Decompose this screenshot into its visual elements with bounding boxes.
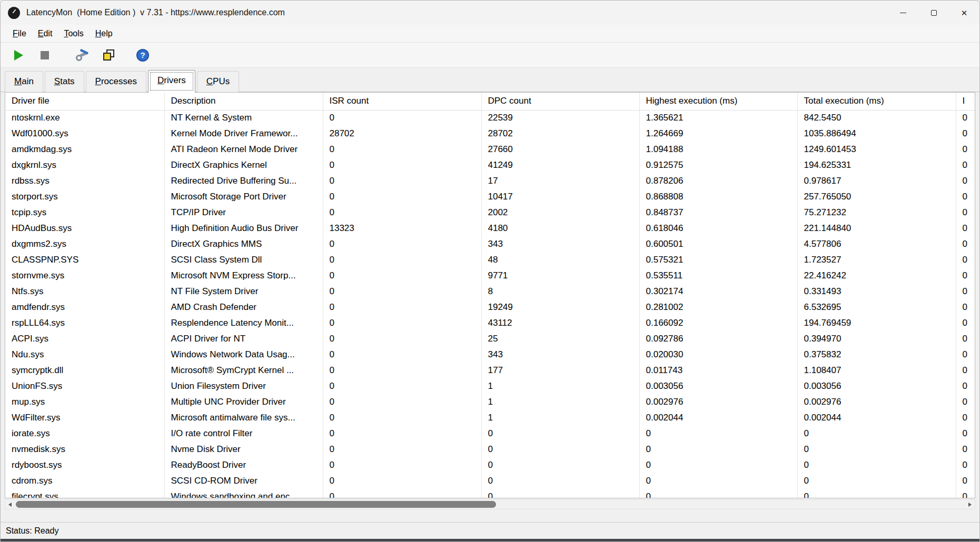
cell-highest-execution-ms: 0.535511 (639, 268, 797, 284)
cell-total-execution-ms: 1249.601453 (797, 142, 956, 157)
table-row[interactable]: HDAudBus.sysHigh Definition Audio Bus Dr… (5, 220, 975, 236)
cell-total-execution-ms: 0 (797, 457, 956, 473)
horizontal-scrollbar[interactable] (5, 499, 975, 509)
table-row[interactable]: ACPI.sysACPI Driver for NT0250.0927860.3… (5, 331, 975, 347)
cell-total-execution-ms: 194.625331 (797, 157, 956, 173)
column-header-highest-execution-ms[interactable]: Highest execution (ms) (639, 93, 797, 110)
cell-description: ReadyBoost Driver (164, 457, 323, 473)
cell-clipped-column: 0 (956, 236, 975, 252)
cell-highest-execution-ms: 0 (639, 426, 797, 441)
cell-total-execution-ms: 75.271232 (797, 205, 956, 220)
table-row[interactable]: UnionFS.sysUnion Filesystem Driver010.00… (5, 378, 975, 394)
table-row[interactable]: rdbss.sysRedirected Drive Buffering Su..… (5, 173, 975, 189)
cell-clipped-column: 0 (956, 110, 975, 126)
tab-cpus[interactable]: CPUs (197, 71, 239, 92)
menu-item-edit[interactable]: Edit (32, 26, 58, 41)
table-row[interactable]: tcpip.sysTCP/IP Driver020020.84873775.27… (5, 205, 975, 220)
cell-highest-execution-ms: 0 (639, 441, 797, 457)
table-row[interactable]: amdfendr.sysAMD Crash Defender0192490.28… (5, 299, 975, 315)
table-row[interactable]: symcryptk.dllMicrosoft® SymCrypt Kernel … (5, 363, 975, 378)
table-row[interactable]: rspLLL64.sysResplendence Latency Monit..… (5, 315, 975, 331)
table-row[interactable]: dxgmms2.sysDirectX Graphics MMS03430.600… (5, 236, 975, 252)
play-icon (14, 50, 23, 61)
close-icon: ✕ (961, 9, 968, 17)
table-row[interactable]: rdyboost.sysReadyBoost Driver00000 (5, 457, 975, 473)
cell-dpc-count: 28702 (481, 126, 639, 142)
scroll-right-button[interactable] (965, 500, 975, 509)
window-title: LatencyMon (Home Edition ) v 7.31 - http… (26, 8, 285, 17)
cell-isr-count: 0 (323, 426, 481, 441)
table-row[interactable]: amdkmdag.sysATI Radeon Kernel Mode Drive… (5, 142, 975, 157)
menu-item-help[interactable]: Help (90, 26, 118, 41)
maximize-button[interactable] (918, 1, 949, 25)
cell-isr-count: 0 (323, 410, 481, 426)
cell-isr-count: 0 (323, 363, 481, 378)
cell-highest-execution-ms: 0.281002 (639, 299, 797, 315)
table-row[interactable]: Ntfs.sysNT File System Driver080.3021740… (5, 284, 975, 299)
cell-driver-file: cdrom.sys (5, 473, 164, 489)
table-row[interactable]: storport.sysMicrosoft Storage Port Drive… (5, 189, 975, 205)
cell-driver-file: rdyboost.sys (5, 457, 164, 473)
cell-clipped-column: 0 (956, 268, 975, 284)
cell-dpc-count: 9771 (481, 268, 639, 284)
table-row[interactable]: filecrypt.sysWindows sandboxing and enc.… (5, 489, 975, 498)
cell-clipped-column: 0 (956, 126, 975, 142)
table-row[interactable]: stornvme.sysMicrosoft NVM Express Storp.… (5, 268, 975, 284)
cell-total-execution-ms: 0 (797, 489, 956, 498)
column-header-description[interactable]: Description (164, 93, 323, 110)
table-row[interactable]: WdFilter.sysMicrosoft antimalware file s… (5, 410, 975, 426)
table-row[interactable]: Wdf01000.sysKernel Mode Driver Framewor.… (5, 126, 975, 142)
table-row[interactable]: Ndu.sysWindows Network Data Usag...03430… (5, 347, 975, 363)
cell-highest-execution-ms: 0.912575 (639, 157, 797, 173)
stop-icon (41, 51, 49, 59)
cell-highest-execution-ms: 0.166092 (639, 315, 797, 331)
help-button[interactable]: ? (132, 46, 153, 65)
cell-description: SCSI Class System Dll (164, 252, 323, 268)
scroll-left-button[interactable] (5, 500, 15, 509)
table-row[interactable]: iorate.sysI/O rate control Filter00000 (5, 426, 975, 441)
close-button[interactable]: ✕ (949, 1, 979, 25)
tab-main[interactable]: Main (5, 71, 43, 92)
cell-driver-file: HDAudBus.sys (5, 220, 164, 236)
table-row[interactable]: ntoskrnl.exeNT Kernel & System0225391.36… (5, 110, 975, 126)
copy-icon (102, 48, 116, 62)
cell-isr-count: 13323 (323, 220, 481, 236)
tab-drivers[interactable]: Drivers (148, 70, 195, 93)
column-header-driver-file[interactable]: Driver file (5, 93, 164, 110)
cell-clipped-column: 0 (956, 220, 975, 236)
tab-processes[interactable]: Processes (86, 71, 146, 92)
report-button[interactable] (98, 46, 120, 65)
table-row[interactable]: cdrom.sysSCSI CD-ROM Driver00000 (5, 473, 975, 489)
cell-driver-file: stornvme.sys (5, 268, 164, 284)
menu-item-file[interactable]: File (7, 26, 32, 41)
column-header-clipped-column[interactable]: I (956, 93, 975, 110)
column-header-isr-count[interactable]: ISR count (323, 93, 481, 110)
table-row[interactable]: nvmedisk.sysNvme Disk Driver00000 (5, 441, 975, 457)
toolbar: ? (1, 43, 979, 68)
cell-total-execution-ms: 1.723527 (797, 252, 956, 268)
cell-highest-execution-ms: 0.002044 (639, 410, 797, 426)
menu-item-tools[interactable]: Tools (58, 26, 89, 41)
column-header-dpc-count[interactable]: DPC count (481, 93, 639, 110)
cell-dpc-count: 0 (481, 457, 639, 473)
table-row[interactable]: CLASSPNP.SYSSCSI Class System Dll0480.57… (5, 252, 975, 268)
cell-clipped-column: 0 (956, 189, 975, 205)
options-button[interactable] (72, 46, 93, 65)
cell-driver-file: dxgkrnl.sys (5, 157, 164, 173)
tab-stats[interactable]: Stats (45, 71, 84, 92)
cell-driver-file: iorate.sys (5, 426, 164, 441)
minimize-button[interactable] (888, 1, 918, 25)
cell-total-execution-ms: 1035.886494 (797, 126, 956, 142)
cell-clipped-column: 0 (956, 142, 975, 157)
column-header-total-execution-ms[interactable]: Total execution (ms) (797, 93, 956, 110)
cell-dpc-count: 343 (481, 236, 639, 252)
table-row[interactable]: dxgkrnl.sysDirectX Graphics Kernel041249… (5, 157, 975, 173)
cell-highest-execution-ms: 0.848737 (639, 205, 797, 220)
scrollbar-thumb[interactable] (16, 501, 496, 508)
cell-description: Microsoft® SymCrypt Kernel ... (164, 363, 323, 378)
table-row[interactable]: mup.sysMultiple UNC Provider Driver010.0… (5, 394, 975, 410)
cell-dpc-count: 1 (481, 410, 639, 426)
start-monitor-button[interactable] (8, 46, 29, 65)
stop-monitor-button[interactable] (34, 46, 55, 65)
cell-total-execution-ms: 0 (797, 441, 956, 457)
